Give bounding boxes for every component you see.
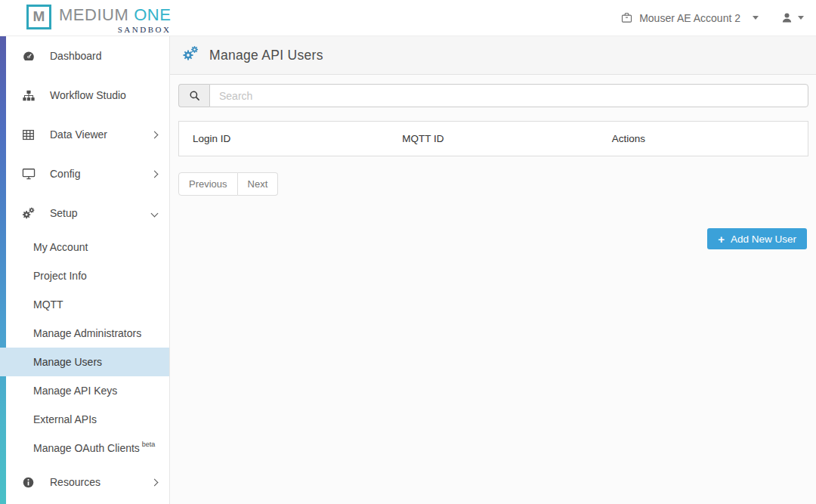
sidebar-subitem-label: Manage API Keys (33, 385, 117, 397)
beta-badge: beta (142, 441, 156, 448)
column-header-mqtt-id: MQTT ID (388, 122, 598, 156)
previous-button[interactable]: Previous (178, 172, 238, 196)
user-icon (781, 12, 793, 23)
sidebar-item-setup[interactable]: Setup (6, 193, 169, 233)
sidebar-gradient-strip (0, 36, 6, 504)
app-window: M MEDIUMONE SANDBOX Mouser AE Account 2 (0, 0, 816, 504)
account-selector[interactable]: Mouser AE Account 2 (621, 12, 759, 24)
gears-icon (181, 45, 199, 66)
gears-icon (21, 206, 36, 221)
column-header-actions: Actions (598, 122, 808, 156)
chevron-down-icon (798, 16, 804, 20)
page-title: Manage API Users (209, 48, 323, 63)
search-addon (178, 84, 209, 107)
sidebar-item-data-viewer[interactable]: Data Viewer (6, 115, 169, 154)
pagination: Previous Next (178, 172, 278, 196)
chevron-right-icon (151, 131, 159, 138)
brand-name-medium: MEDIUM (59, 5, 128, 24)
sidebar-subitem-label: Manage OAuth Clients (33, 442, 140, 454)
main-content: Manage API Users Login ID MQTT ID Action… (170, 36, 816, 504)
table-icon (21, 128, 36, 141)
sidebar-subitem-project-info[interactable]: Project Info (6, 261, 169, 290)
api-users-table: Login ID MQTT ID Actions (178, 121, 808, 156)
sidebar-item-workflow-studio[interactable]: Workflow Studio (6, 76, 169, 115)
sidebar-subitem-external-apis[interactable]: External APIs (6, 405, 169, 434)
brand-name: MEDIUMONE (59, 5, 171, 25)
sidebar-item-dashboard[interactable]: Dashboard (6, 36, 169, 76)
brand-subtitle: SANDBOX (59, 25, 171, 34)
sidebar-subitem-label: External APIs (33, 413, 97, 425)
sidebar-subitem-label: Manage Administrators (33, 327, 141, 339)
add-new-user-label: Add New User (731, 233, 796, 245)
chevron-right-icon (151, 170, 159, 178)
plus-icon: + (718, 233, 725, 245)
account-label: Mouser AE Account 2 (639, 12, 740, 24)
next-button[interactable]: Next (238, 172, 279, 196)
briefcase-icon (621, 12, 632, 23)
search-bar (178, 84, 808, 107)
sidebar-item-label: Resources (50, 476, 152, 488)
search-input[interactable] (209, 84, 808, 107)
sidebar-subitem-label: Manage Users (33, 356, 102, 368)
sidebar-subitem-label: Project Info (33, 270, 87, 282)
sidebar-item-config[interactable]: Config (6, 154, 169, 193)
brand-mark-letter: M (33, 8, 45, 25)
page-header: Manage API Users (170, 36, 816, 75)
sidebar-item-label: Workflow Studio (50, 89, 157, 101)
sidebar-subitem-my-account[interactable]: My Account (6, 233, 169, 261)
search-icon (189, 90, 200, 101)
chevron-right-icon (151, 478, 159, 486)
brand-logo: M MEDIUMONE SANDBOX (26, 2, 171, 34)
sidebar-subitem-label: My Account (33, 241, 88, 253)
sidebar-item-label: Dashboard (50, 50, 157, 62)
column-header-login-id: Login ID (179, 122, 388, 156)
sidebar-item-label: Setup (50, 207, 152, 219)
brand-name-one: ONE (134, 5, 171, 24)
table-header-row: Login ID MQTT ID Actions (179, 122, 808, 156)
sidebar-subitem-mqtt[interactable]: MQTT (6, 290, 169, 319)
sidebar-subitem-manage-oauth-clients[interactable]: Manage OAuth Clients beta (6, 434, 169, 462)
chevron-down-icon (151, 209, 159, 217)
desktop-icon (21, 168, 36, 180)
sidebar: Dashboard Workflow Studio (0, 36, 170, 504)
sidebar-item-label: Config (50, 168, 152, 180)
sidebar-item-label: Data Viewer (50, 128, 152, 141)
info-icon (21, 476, 36, 489)
gauge-icon (21, 50, 36, 63)
sidebar-subitem-label: MQTT (33, 298, 63, 311)
sitemap-icon (21, 89, 36, 102)
add-new-user-button[interactable]: + Add New User (707, 228, 807, 249)
brand-mark-icon: M (26, 5, 51, 29)
sidebar-item-resources[interactable]: Resources (6, 462, 169, 502)
sidebar-subitem-manage-api-keys[interactable]: Manage API Keys (6, 376, 169, 405)
sidebar-subitem-manage-users[interactable]: Manage Users (0, 348, 169, 376)
top-bar: M MEDIUMONE SANDBOX Mouser AE Account 2 (0, 0, 816, 36)
user-menu[interactable] (781, 12, 804, 23)
chevron-down-icon (753, 16, 759, 20)
sidebar-subitem-manage-administrators[interactable]: Manage Administrators (6, 319, 169, 348)
